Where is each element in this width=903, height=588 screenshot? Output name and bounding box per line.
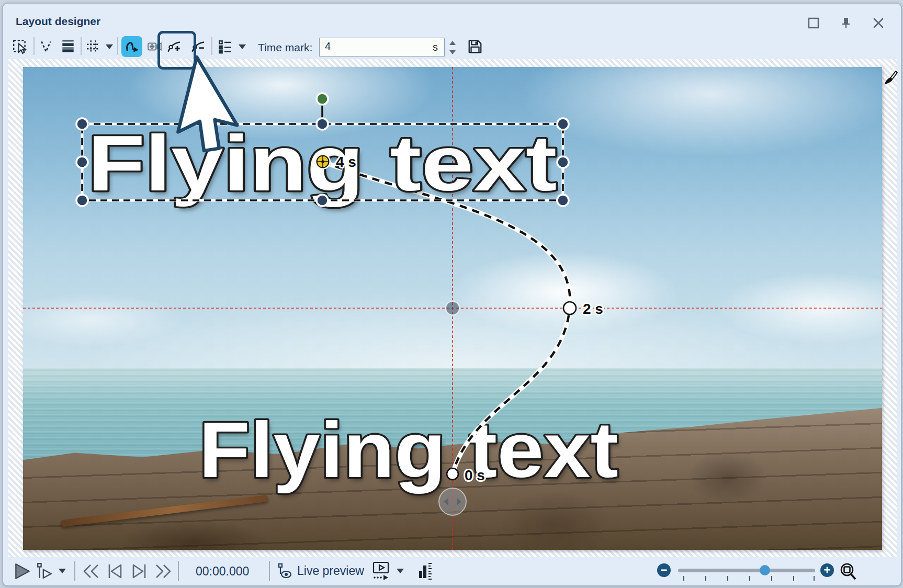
remove-path-point-icon — [190, 39, 206, 54]
object-list-button[interactable] — [215, 36, 235, 57]
transport-divider — [178, 561, 179, 581]
spinner-up-icon[interactable] — [447, 38, 458, 47]
handle-mid-right[interactable] — [557, 156, 569, 168]
transport-divider — [74, 561, 75, 581]
camera-pan-button[interactable] — [144, 36, 165, 57]
play-button[interactable] — [13, 562, 31, 580]
zoom-fit-button[interactable] — [838, 561, 858, 581]
live-preview-icon[interactable] — [276, 562, 293, 580]
handle-bottom-center[interactable] — [317, 195, 328, 206]
remove-path-point-button[interactable] — [187, 36, 208, 57]
slider-tick — [749, 576, 750, 581]
screen: Layout designer — [0, 0, 903, 588]
save-button[interactable] — [465, 36, 486, 57]
maximize-icon[interactable] — [807, 16, 820, 30]
close-icon[interactable] — [872, 16, 885, 30]
layout-designer-window: Layout designer — [2, 3, 902, 586]
handle-bottom-right[interactable] — [557, 195, 569, 206]
rotation-handle[interactable] — [317, 93, 328, 105]
grid-dropdown-icon[interactable] — [106, 44, 113, 49]
path-label-0s: 0 s — [465, 467, 485, 483]
zoom-slider-thumb[interactable] — [760, 565, 770, 575]
object-order-button[interactable] — [58, 36, 78, 57]
camera-pan-icon — [147, 39, 163, 54]
performance-monitor-button[interactable] — [417, 561, 433, 581]
skip-to-start-button[interactable] — [81, 562, 101, 580]
slider-tick — [814, 576, 815, 581]
slider-tick — [727, 576, 728, 581]
s-curve-icon — [124, 39, 140, 54]
motion-path-tool-button[interactable] — [121, 36, 142, 57]
toolbar-divider — [117, 37, 118, 55]
select-tool-button[interactable] — [9, 36, 30, 57]
destination-text[interactable]: Flying text — [199, 406, 618, 494]
path-label-4s: 4 s — [336, 154, 356, 170]
grid-button[interactable] — [83, 36, 104, 57]
list-icon — [217, 39, 233, 54]
toolbar: Time mark: s — [3, 32, 901, 59]
titlebar: Layout designer — [3, 4, 901, 32]
time-mark-input[interactable] — [324, 40, 404, 53]
preview-dropdown-icon[interactable] — [397, 569, 404, 573]
workspace-hatched-border: Flying text Flying text Flying text Flyi… — [8, 59, 897, 557]
stacked-bars-icon — [60, 39, 76, 54]
time-display: 00:00.000 — [196, 564, 249, 579]
list-dropdown-icon[interactable] — [239, 44, 246, 49]
zoom-out-button[interactable]: − — [657, 563, 671, 577]
time-mark-field: s — [319, 38, 445, 56]
path-point-0s[interactable] — [447, 468, 458, 480]
pin-icon[interactable] — [839, 16, 853, 30]
slider-tick — [793, 576, 794, 581]
time-mark-label: Time mark: — [258, 41, 312, 54]
time-mark-unit: s — [433, 41, 438, 53]
handle-top-right[interactable] — [557, 118, 569, 130]
layout-canvas[interactable]: Flying text Flying text Flying text Flyi… — [23, 67, 882, 550]
dashed-v-icon — [38, 39, 54, 54]
add-path-point-button[interactable] — [163, 36, 184, 57]
play-from-timemark-button[interactable] — [36, 562, 54, 580]
zoom-slider-track[interactable] — [678, 569, 815, 572]
transport-bar: 00:00.000 Live preview − + — [3, 557, 901, 585]
toolbar-divider — [81, 37, 82, 55]
slider-tick — [771, 576, 772, 581]
canvas-overlay: Flying text Flying text Flying text Flyi… — [23, 67, 882, 550]
path-point-4s[interactable] — [315, 154, 331, 169]
handle-top-left[interactable] — [76, 118, 88, 130]
path-curve-button[interactable] — [36, 36, 57, 57]
toolbar-divider — [33, 37, 35, 55]
slider-tick — [705, 576, 706, 581]
zoom-in-button[interactable]: + — [820, 563, 834, 577]
handle-bottom-left[interactable] — [76, 195, 88, 206]
skip-to-end-button[interactable] — [153, 562, 174, 580]
save-icon — [467, 39, 483, 54]
live-preview-label: Live preview — [297, 564, 364, 578]
toolbar-divider — [211, 37, 212, 55]
path-point-2s[interactable] — [563, 302, 576, 314]
next-frame-button[interactable] — [129, 562, 150, 580]
previous-frame-button[interactable] — [105, 562, 126, 580]
select-rect-icon — [12, 39, 28, 54]
handle-top-center[interactable] — [317, 118, 328, 130]
preview-window-button[interactable] — [371, 561, 390, 581]
spinner-down-icon[interactable] — [447, 48, 458, 56]
canvas-center-marker — [446, 301, 459, 315]
add-path-point-icon — [166, 39, 182, 54]
path-label-2s: 2 s — [583, 301, 603, 317]
play-options-dropdown-icon[interactable] — [59, 569, 66, 573]
transport-divider — [269, 561, 270, 581]
slider-tick — [683, 576, 684, 581]
grid-icon — [85, 39, 101, 54]
paintbrush-icon[interactable] — [881, 67, 899, 86]
handle-mid-left[interactable] — [76, 156, 88, 168]
time-mark-spinner — [447, 38, 458, 56]
move-handle[interactable] — [439, 488, 466, 515]
window-title: Layout designer — [16, 15, 100, 28]
